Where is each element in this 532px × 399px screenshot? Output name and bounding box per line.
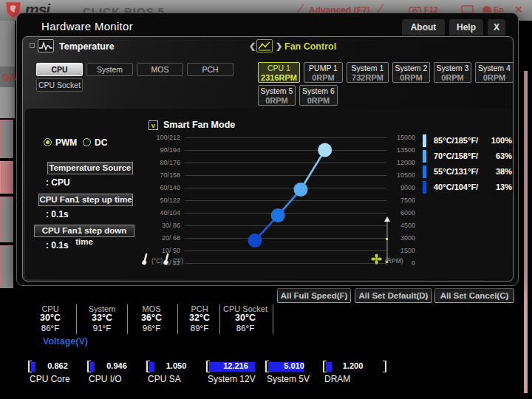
legend-color-bar xyxy=(423,181,426,194)
voltage-label: CPU SA xyxy=(148,374,181,384)
help-button[interactable]: Help xyxy=(449,19,483,35)
fan-button-cpu-1[interactable]: CPU 12316RPM xyxy=(258,62,300,83)
action-button-all-set-default-d-[interactable]: All Set Default(D) xyxy=(355,288,432,303)
slider-arrow-icon[interactable] xyxy=(383,216,391,222)
collapse-box-icon[interactable] xyxy=(30,43,35,48)
voltage-label: System 5V xyxy=(267,374,310,384)
fan-button-system-5[interactable]: System 50RPM xyxy=(258,85,296,106)
temp-tab-pch[interactable]: PCH xyxy=(187,63,233,76)
fan-rpm: 2316RPM xyxy=(259,73,299,82)
fan-control-section-title: Fan Control xyxy=(284,41,336,52)
voltage-label: CPU Core xyxy=(30,374,70,384)
legend-duty-pct: 100% xyxy=(478,136,512,145)
fan-name: System 6 xyxy=(300,86,337,96)
voltage-value: 0.946 xyxy=(87,361,146,370)
temperature-waveform-icon xyxy=(38,39,54,52)
legend-temp-label: 40°C/104°F/ xyxy=(434,183,478,191)
fan-name: CPU 1 xyxy=(259,64,299,73)
dialog-close-button[interactable]: X xyxy=(488,19,505,35)
temp-readout-system: System33°C91°F xyxy=(75,304,129,334)
voltage-segment-cpu-sa: 1.050CPU SA xyxy=(146,361,206,372)
fan-name: System 4 xyxy=(476,64,513,73)
about-button[interactable]: About xyxy=(402,19,445,35)
temp-tab-mos[interactable]: MOS xyxy=(137,63,183,76)
setting-button-cpu-fan1-step-down-time[interactable]: CPU Fan1 step down time xyxy=(34,225,134,237)
temp-fahrenheit: 86°F xyxy=(218,323,273,334)
divider xyxy=(273,304,273,334)
pwm-radio[interactable] xyxy=(44,138,52,146)
background-panel: GA xyxy=(0,66,15,87)
background-menu-item xyxy=(0,197,13,242)
setting-button-cpu-fan1-step-up-time[interactable]: CPU Fan1 step up time xyxy=(38,194,133,206)
fan-button-system-6[interactable]: System 60RPM xyxy=(299,85,338,106)
voltage-segment-cpu-i-o: 0.946CPU I/O xyxy=(87,361,146,372)
temp-tab-cpu[interactable]: CPU xyxy=(36,63,83,76)
temp-celsius: 30°C xyxy=(218,313,273,323)
hardware-status-footer: CPU30°C86°FSystem33°C91°FMOS36°C96°FPCH3… xyxy=(0,299,532,399)
dialog-content: Temperature CPUSystemMOSPCHCPU Socket ❮ … xyxy=(22,36,514,282)
fan-curve-point xyxy=(248,233,262,248)
temp-fahrenheit: 96°F xyxy=(124,323,179,334)
temp-tab-system[interactable]: System xyxy=(86,63,133,76)
bios-screen: msi CLICK BIOS 5 Advanced (F7) F12 En ✕ … xyxy=(0,0,532,399)
action-button-all-full-speed-f-[interactable]: All Full Speed(F) xyxy=(277,288,351,303)
legend-color-bar xyxy=(423,166,426,178)
setting-value: : 0.1s xyxy=(46,209,69,219)
fan-button-system-4[interactable]: System 40RPM xyxy=(475,62,514,83)
action-button-all-set-cancel-c-[interactable]: All Set Cancel(C) xyxy=(434,288,514,303)
fan-rpm: 0RPM xyxy=(393,73,429,82)
background-menu-item xyxy=(0,245,13,288)
fan-button-system-3[interactable]: System 30RPM xyxy=(434,62,471,83)
fan-button-system-1[interactable]: System 1732RPM xyxy=(347,62,389,83)
temp-readout-cpu: CPU30°C86°F xyxy=(23,304,78,334)
dc-label: DC xyxy=(95,137,107,148)
fan-rpm: 0RPM xyxy=(434,73,471,82)
fahrenheit-unit-label: (°F) xyxy=(173,257,183,265)
fan-button-system-2[interactable]: System 20RPM xyxy=(392,62,430,83)
background-panel xyxy=(0,87,15,118)
ga-menu-label: GA xyxy=(2,72,17,83)
fan-name: System 2 xyxy=(393,64,429,73)
voltage-label: CPU I/O xyxy=(89,374,122,384)
temp-fahrenheit: 91°F xyxy=(75,323,129,334)
fan-next-icon[interactable]: ❯ xyxy=(276,41,282,51)
setting-value: : CPU xyxy=(46,177,70,188)
rpm-unit-label: (RPM) xyxy=(385,257,403,265)
fan-name: System 5 xyxy=(259,86,295,96)
legend-duty-pct: 13% xyxy=(478,183,512,191)
voltage-label: System 12V xyxy=(208,374,256,384)
fan-button-pump-1[interactable]: PUMP 10RPM xyxy=(304,62,343,83)
legend-color-bar xyxy=(423,134,426,147)
fan-curve-point xyxy=(271,208,285,222)
hardware-monitor-dialog: Hardware Monitor About Help X Temperatur… xyxy=(16,13,519,286)
fan-control-chart-icon xyxy=(256,39,273,52)
setting-value: : 0.1s xyxy=(46,240,69,250)
voltage-value: 12.216 xyxy=(206,361,265,370)
fan-name: PUMP 1 xyxy=(304,64,342,73)
temp-tab-cpu-socket[interactable]: CPU Socket xyxy=(36,78,83,92)
fan-prev-icon[interactable]: ❮ xyxy=(249,41,256,51)
legend-duty-pct: 63% xyxy=(478,151,512,160)
background-menu-item xyxy=(0,161,13,194)
legend-temp-label: 55°C/131°F/ xyxy=(434,167,478,176)
fan-rpm: 0RPM xyxy=(476,73,513,82)
fan-rpm: 732RPM xyxy=(347,73,388,82)
voltage-value: 0.862 xyxy=(28,361,87,370)
bar-end-bracket xyxy=(383,361,386,372)
temp-celsius: 33°C xyxy=(75,313,129,323)
setting-button-temperature-source[interactable]: Temperature Source xyxy=(47,162,133,174)
fan-curve[interactable] xyxy=(174,127,397,273)
legend-color-bar xyxy=(423,150,426,163)
voltage-segment-system-5v: 5.010System 5V xyxy=(265,361,323,372)
pwm-label: PWM xyxy=(55,137,77,148)
temp-fahrenheit: 86°F xyxy=(23,323,78,334)
fan-rpm: 0RPM xyxy=(304,73,342,82)
temp-celsius: 36°C xyxy=(124,313,179,323)
fan-curve-point xyxy=(318,143,332,157)
voltage-value: 1.200 xyxy=(323,361,383,370)
dc-radio[interactable] xyxy=(83,138,91,146)
fan-curve-point xyxy=(293,183,307,197)
voltage-bar: 0.862CPU Core0.946CPU I/O1.050CPU SA12.2… xyxy=(28,361,386,372)
background-menu-item xyxy=(0,120,13,158)
smart-fan-checkbox[interactable]: v xyxy=(149,120,158,130)
